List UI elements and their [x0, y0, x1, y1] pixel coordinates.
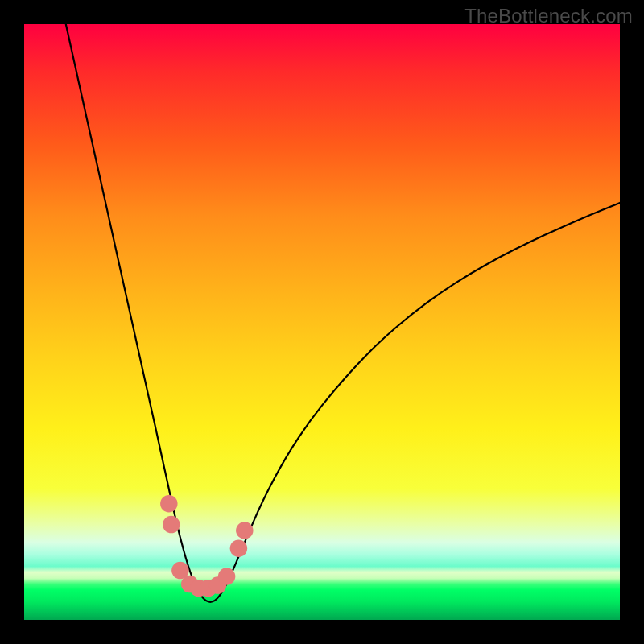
- watermark-text: TheBottleneck.com: [464, 5, 633, 27]
- chart-frame: TheBottleneck.com: [0, 0, 644, 644]
- plot-area: [24, 24, 620, 620]
- bottleneck-curve-canvas: [24, 24, 620, 620]
